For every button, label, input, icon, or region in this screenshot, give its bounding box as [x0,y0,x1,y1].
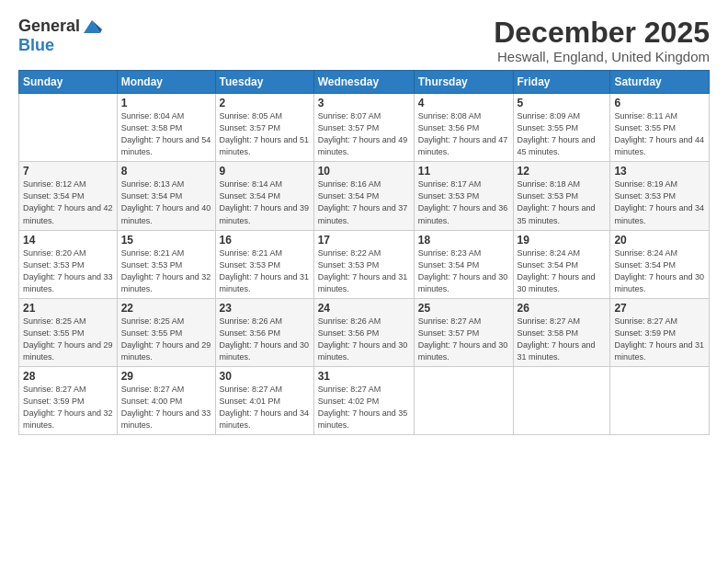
day-number: 30 [220,370,310,383]
day-info: Sunrise: 8:20 AM Sunset: 3:53 PM Dayligh… [23,247,113,295]
day-number: 19 [518,234,607,247]
calendar-cell: 8Sunrise: 8:13 AM Sunset: 3:54 PM Daylig… [117,162,215,230]
day-info: Sunrise: 8:11 AM Sunset: 3:55 PM Dayligh… [614,110,705,158]
day-info: Sunrise: 8:27 AM Sunset: 4:00 PM Dayligh… [121,384,211,431]
day-number: 5 [518,97,607,109]
day-info: Sunrise: 8:21 AM Sunset: 3:53 PM Dayligh… [220,247,310,295]
calendar-table: SundayMondayTuesdayWednesdayThursdayFrid… [18,70,710,435]
calendar-cell: 31Sunrise: 8:27 AM Sunset: 4:02 PM Dayli… [313,366,414,434]
day-info: Sunrise: 8:26 AM Sunset: 3:56 PM Dayligh… [318,316,410,363]
day-info: Sunrise: 8:09 AM Sunset: 3:55 PM Dayligh… [518,110,607,158]
day-info: Sunrise: 8:27 AM Sunset: 3:59 PM Dayligh… [23,384,113,431]
calendar-week-row: 7Sunrise: 8:12 AM Sunset: 3:54 PM Daylig… [19,162,710,230]
calendar-cell: 7Sunrise: 8:12 AM Sunset: 3:54 PM Daylig… [19,162,118,230]
day-info: Sunrise: 8:18 AM Sunset: 3:53 PM Dayligh… [518,178,607,226]
day-number: 15 [121,234,211,247]
logo-text-block: General Blue [18,17,102,55]
calendar-day-header: Thursday [414,71,513,94]
day-info: Sunrise: 8:24 AM Sunset: 3:54 PM Dayligh… [614,247,705,295]
calendar-cell: 9Sunrise: 8:14 AM Sunset: 3:54 PM Daylig… [215,162,313,230]
calendar-day-header: Tuesday [215,71,313,94]
day-number: 28 [23,370,113,383]
calendar-cell: 16Sunrise: 8:21 AM Sunset: 3:53 PM Dayli… [215,230,313,298]
calendar-cell: 12Sunrise: 8:18 AM Sunset: 3:53 PM Dayli… [513,162,610,230]
calendar-cell: 23Sunrise: 8:26 AM Sunset: 3:56 PM Dayli… [215,298,313,366]
day-info: Sunrise: 8:19 AM Sunset: 3:53 PM Dayligh… [614,178,705,226]
page: General Blue December 2025 Heswall, Engl… [0,0,728,563]
calendar-cell: 2Sunrise: 8:05 AM Sunset: 3:57 PM Daylig… [215,94,313,162]
calendar-cell: 20Sunrise: 8:24 AM Sunset: 3:54 PM Dayli… [610,230,710,298]
calendar-cell: 29Sunrise: 8:27 AM Sunset: 4:00 PM Dayli… [117,366,215,434]
day-number: 24 [318,302,410,315]
day-info: Sunrise: 8:24 AM Sunset: 3:54 PM Dayligh… [518,247,607,295]
day-number: 2 [220,97,310,109]
day-number: 20 [614,234,705,247]
logo-blue: Blue [18,36,54,54]
calendar-cell [513,366,610,434]
calendar-cell: 13Sunrise: 8:19 AM Sunset: 3:53 PM Dayli… [610,162,710,230]
day-info: Sunrise: 8:14 AM Sunset: 3:54 PM Dayligh… [220,178,310,226]
calendar-cell: 27Sunrise: 8:27 AM Sunset: 3:59 PM Dayli… [610,298,710,366]
day-number: 6 [614,97,705,109]
calendar-cell: 28Sunrise: 8:27 AM Sunset: 3:59 PM Dayli… [19,366,118,434]
calendar-week-row: 14Sunrise: 8:20 AM Sunset: 3:53 PM Dayli… [19,230,710,298]
day-number: 27 [614,302,705,315]
day-number: 31 [318,370,410,383]
calendar-cell: 11Sunrise: 8:17 AM Sunset: 3:53 PM Dayli… [414,162,513,230]
day-info: Sunrise: 8:23 AM Sunset: 3:54 PM Dayligh… [418,247,509,295]
day-number: 1 [121,97,211,109]
day-number: 18 [418,234,509,247]
calendar-cell: 30Sunrise: 8:27 AM Sunset: 4:01 PM Dayli… [215,366,313,434]
calendar-cell: 25Sunrise: 8:27 AM Sunset: 3:57 PM Dayli… [414,298,513,366]
calendar-cell: 21Sunrise: 8:25 AM Sunset: 3:55 PM Dayli… [19,298,118,366]
day-info: Sunrise: 8:13 AM Sunset: 3:54 PM Dayligh… [121,178,211,226]
day-number: 13 [614,165,705,178]
day-info: Sunrise: 8:27 AM Sunset: 3:59 PM Dayligh… [614,316,705,363]
logo-icon [82,17,102,37]
calendar-day-header: Wednesday [313,71,414,94]
header: General Blue December 2025 Heswall, Engl… [18,17,710,64]
day-info: Sunrise: 8:27 AM Sunset: 3:58 PM Dayligh… [518,316,607,363]
day-number: 25 [418,302,509,315]
day-info: Sunrise: 8:27 AM Sunset: 3:57 PM Dayligh… [418,316,509,363]
day-number: 8 [121,165,211,178]
calendar-cell: 4Sunrise: 8:08 AM Sunset: 3:56 PM Daylig… [414,94,513,162]
main-title: December 2025 [494,17,710,49]
day-info: Sunrise: 8:27 AM Sunset: 4:02 PM Dayligh… [318,384,410,431]
day-info: Sunrise: 8:08 AM Sunset: 3:56 PM Dayligh… [418,110,509,158]
day-number: 10 [318,165,410,178]
day-info: Sunrise: 8:26 AM Sunset: 3:56 PM Dayligh… [220,316,310,363]
day-number: 14 [23,234,113,247]
day-info: Sunrise: 8:12 AM Sunset: 3:54 PM Dayligh… [23,178,113,226]
day-info: Sunrise: 8:27 AM Sunset: 4:01 PM Dayligh… [220,384,310,431]
calendar-cell: 22Sunrise: 8:25 AM Sunset: 3:55 PM Dayli… [117,298,215,366]
calendar-day-header: Monday [117,71,215,94]
day-number: 22 [121,302,211,315]
day-number: 26 [518,302,607,315]
calendar-cell: 19Sunrise: 8:24 AM Sunset: 3:54 PM Dayli… [513,230,610,298]
calendar-cell: 18Sunrise: 8:23 AM Sunset: 3:54 PM Dayli… [414,230,513,298]
day-number: 17 [318,234,410,247]
day-number: 3 [318,97,410,109]
calendar-week-row: 28Sunrise: 8:27 AM Sunset: 3:59 PM Dayli… [19,366,710,434]
title-block: December 2025 Heswall, England, United K… [494,17,710,64]
day-number: 23 [220,302,310,315]
day-info: Sunrise: 8:25 AM Sunset: 3:55 PM Dayligh… [121,316,211,363]
day-info: Sunrise: 8:21 AM Sunset: 3:53 PM Dayligh… [121,247,211,295]
day-info: Sunrise: 8:16 AM Sunset: 3:54 PM Dayligh… [318,178,410,226]
calendar-cell: 17Sunrise: 8:22 AM Sunset: 3:53 PM Dayli… [313,230,414,298]
day-number: 9 [220,165,310,178]
day-info: Sunrise: 8:04 AM Sunset: 3:58 PM Dayligh… [121,110,211,158]
day-number: 21 [23,302,113,315]
day-number: 12 [518,165,607,178]
calendar-day-header: Sunday [19,71,118,94]
day-number: 11 [418,165,509,178]
calendar-cell [19,94,118,162]
calendar-cell: 14Sunrise: 8:20 AM Sunset: 3:53 PM Dayli… [19,230,118,298]
calendar-cell: 3Sunrise: 8:07 AM Sunset: 3:57 PM Daylig… [313,94,414,162]
subtitle: Heswall, England, United Kingdom [494,49,710,64]
day-info: Sunrise: 8:07 AM Sunset: 3:57 PM Dayligh… [318,110,410,158]
calendar-header-row: SundayMondayTuesdayWednesdayThursdayFrid… [19,71,710,94]
logo-general: General [18,17,80,36]
day-info: Sunrise: 8:25 AM Sunset: 3:55 PM Dayligh… [23,316,113,363]
